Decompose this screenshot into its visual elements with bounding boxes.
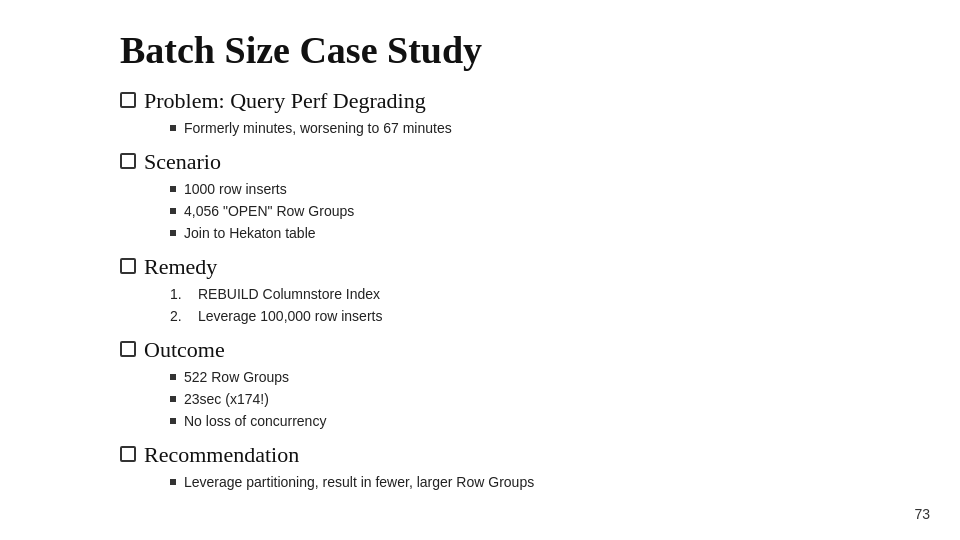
bullet-text: Join to Hekaton table <box>184 223 316 244</box>
section-recommendation-header: Recommendation <box>120 442 912 468</box>
checkbox-icon-outcome <box>120 341 136 357</box>
outcome-bullets: 522 Row Groups 23sec (x174!) No loss of … <box>170 367 912 432</box>
section-remedy-header: Remedy <box>120 254 912 280</box>
section-outcome: Outcome 522 Row Groups 23sec (x174!) No … <box>120 337 912 432</box>
section-problem-title: Problem: Query Perf Degrading <box>144 88 426 114</box>
bullet-text: Leverage partitioning, result in fewer, … <box>184 472 534 493</box>
numbered-num: 2. <box>170 306 190 327</box>
list-item: 23sec (x174!) <box>170 389 912 410</box>
recommendation-bullets: Leverage partitioning, result in fewer, … <box>170 472 912 493</box>
scenario-bullets: 1000 row inserts 4,056 "OPEN" Row Groups… <box>170 179 912 244</box>
checkbox-icon-scenario <box>120 153 136 169</box>
bullet-text: 522 Row Groups <box>184 367 289 388</box>
list-item: Leverage partitioning, result in fewer, … <box>170 472 912 493</box>
bullet-icon <box>170 479 176 485</box>
bullet-icon <box>170 418 176 424</box>
checkbox-icon-recommendation <box>120 446 136 462</box>
section-scenario: Scenario 1000 row inserts 4,056 "OPEN" R… <box>120 149 912 244</box>
section-problem-header: Problem: Query Perf Degrading <box>120 88 912 114</box>
list-item: 1. REBUILD Columnstore Index <box>170 284 912 305</box>
remedy-items: 1. REBUILD Columnstore Index 2. Leverage… <box>170 284 912 327</box>
bullet-icon <box>170 374 176 380</box>
bullet-icon <box>170 208 176 214</box>
section-remedy-title: Remedy <box>144 254 217 280</box>
checkbox-icon-remedy <box>120 258 136 274</box>
section-remedy: Remedy 1. REBUILD Columnstore Index 2. L… <box>120 254 912 327</box>
section-recommendation: Recommendation Leverage partitioning, re… <box>120 442 912 493</box>
bullet-text: 1000 row inserts <box>184 179 287 200</box>
page-number: 73 <box>914 506 930 522</box>
list-item: 2. Leverage 100,000 row inserts <box>170 306 912 327</box>
checkbox-icon-problem <box>120 92 136 108</box>
bullet-text: 4,056 "OPEN" Row Groups <box>184 201 354 222</box>
list-item: 522 Row Groups <box>170 367 912 388</box>
bullet-icon <box>170 186 176 192</box>
list-item: Join to Hekaton table <box>170 223 912 244</box>
numbered-text: REBUILD Columnstore Index <box>198 284 380 305</box>
bullet-text: Formerly minutes, worsening to 67 minute… <box>184 118 452 139</box>
list-item: Formerly minutes, worsening to 67 minute… <box>170 118 912 139</box>
problem-bullets: Formerly minutes, worsening to 67 minute… <box>170 118 912 139</box>
section-problem: Problem: Query Perf Degrading Formerly m… <box>120 88 912 139</box>
section-recommendation-title: Recommendation <box>144 442 299 468</box>
bullet-text: No loss of concurrency <box>184 411 326 432</box>
bullet-text: 23sec (x174!) <box>184 389 269 410</box>
bullet-icon <box>170 230 176 236</box>
list-item: 1000 row inserts <box>170 179 912 200</box>
section-outcome-header: Outcome <box>120 337 912 363</box>
section-scenario-header: Scenario <box>120 149 912 175</box>
numbered-text: Leverage 100,000 row inserts <box>198 306 382 327</box>
bullet-icon <box>170 396 176 402</box>
list-item: 4,056 "OPEN" Row Groups <box>170 201 912 222</box>
slide: Batch Size Case Study Problem: Query Per… <box>0 0 960 540</box>
slide-title: Batch Size Case Study <box>120 28 912 72</box>
list-item: No loss of concurrency <box>170 411 912 432</box>
section-outcome-title: Outcome <box>144 337 225 363</box>
bullet-icon <box>170 125 176 131</box>
numbered-num: 1. <box>170 284 190 305</box>
section-scenario-title: Scenario <box>144 149 221 175</box>
